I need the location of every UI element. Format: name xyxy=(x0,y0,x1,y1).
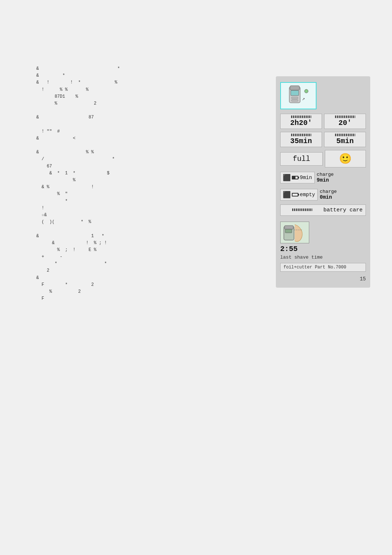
text-line-11: & < xyxy=(36,135,189,142)
text-line-27: % ; ! E % xyxy=(36,247,189,254)
text-line-29: * * xyxy=(36,260,189,267)
text-line-33: % 2 xyxy=(36,288,189,295)
battery-icon-1 xyxy=(292,176,298,179)
battery-fill-1 xyxy=(293,177,295,179)
battery-care-bar xyxy=(292,208,313,211)
text-line-30: 2 xyxy=(36,267,189,274)
text-line-21: ! xyxy=(36,205,189,212)
charge-time-value-1: 9min xyxy=(317,177,334,183)
svg-text:↗: ↗ xyxy=(302,96,305,102)
shave-section: 2:55 last shave time xyxy=(280,222,366,260)
svg-point-5 xyxy=(305,89,308,93)
time-row-2: 35min 5min xyxy=(280,132,366,147)
text-line-4: ! % % % xyxy=(36,86,189,93)
charge-row-2: ⬛ empty charge 0min xyxy=(280,187,366,202)
text-line-22: ☆& xyxy=(36,212,189,219)
text-line-34: F xyxy=(36,295,189,302)
foil-label: foil+cutter xyxy=(283,265,312,270)
svg-rect-8 xyxy=(285,226,293,229)
battery-care-text: battery care xyxy=(323,207,363,213)
text-line-9 xyxy=(36,121,189,128)
plug-container-2: ⬛ xyxy=(283,191,298,199)
charge-time-left-2: empty xyxy=(300,192,315,198)
device-illustration: ↗ xyxy=(280,82,317,109)
text-line-23: ( )( * % xyxy=(36,219,189,226)
charge-right-1: charge 9min xyxy=(317,170,334,185)
charge-label-1: charge xyxy=(317,172,334,177)
text-line-13: & % % xyxy=(36,149,189,156)
pixel-bar-right-2 xyxy=(335,134,355,136)
text-line-15: 67 xyxy=(36,163,189,170)
text-line-25: & 1 * xyxy=(36,233,189,240)
time-cell-35min: 35min xyxy=(280,132,322,147)
text-line-31: & xyxy=(36,275,189,281)
text-line-10: ! "" # xyxy=(36,128,189,135)
page-number: 15 xyxy=(280,276,366,282)
battery-care-row: battery care xyxy=(280,204,366,216)
text-line-8: & 87 xyxy=(36,114,189,121)
text-line-26: & ! % ; ! xyxy=(36,240,189,247)
time-value-20: 20' xyxy=(327,119,363,127)
pixel-bar-right-1 xyxy=(335,116,355,118)
svg-rect-4 xyxy=(291,100,298,101)
time-value-5min: 5min xyxy=(327,137,363,145)
text-line-2: & * xyxy=(36,72,189,79)
time-row-1: 2h20' 20' xyxy=(280,114,366,129)
time-value-35min: 35min xyxy=(283,137,319,145)
charge-left-2: ⬛ empty xyxy=(280,189,318,200)
shave-illustration xyxy=(280,222,309,243)
full-cell: full xyxy=(280,152,323,166)
time-cell-20: 20' xyxy=(324,114,366,129)
plug-container-1: ⬛ xyxy=(283,174,298,182)
charge-right-2: charge 0min xyxy=(320,187,337,202)
text-line-16: & * 1 * $ xyxy=(36,170,189,177)
text-line-7 xyxy=(36,107,189,114)
battery-icon-2 xyxy=(292,193,298,197)
plug-icon-1: ⬛ xyxy=(283,174,291,182)
pixel-bar-left-1 xyxy=(291,116,311,118)
text-line-18: & % ! xyxy=(36,184,189,191)
left-text-panel: & * & * & ! ! * % ! % % % 87D1 % % 2 & 8… xyxy=(36,65,189,302)
text-line-6: % 2 xyxy=(36,100,189,107)
shave-time-value: 2:55 xyxy=(280,245,366,253)
text-line-24 xyxy=(36,226,189,232)
time-cell-5min: 5min xyxy=(324,132,366,147)
text-line-14: / * xyxy=(36,156,189,163)
shave-label-text: last shave time xyxy=(280,255,366,260)
right-panel: ↗ 2h20' 20' 35min 5min full 🙂 xyxy=(276,76,370,288)
charge-left-1: ⬛ 9min xyxy=(280,172,315,183)
plug-icon-2: ⬛ xyxy=(283,191,291,199)
text-line-5: 87D1 % xyxy=(36,93,189,100)
svg-rect-9 xyxy=(285,229,292,233)
full-battery-row: full 🙂 xyxy=(280,150,366,167)
text-line-19: % " xyxy=(36,191,189,198)
text-line-28: + - xyxy=(36,254,189,260)
pixel-bar-left-2 xyxy=(291,134,311,136)
full-text: full xyxy=(293,155,310,163)
text-line-17: % xyxy=(36,177,189,184)
text-line-3: & ! ! * % xyxy=(36,79,189,86)
text-line-32: F * 2 xyxy=(36,281,189,288)
svg-rect-1 xyxy=(290,86,299,90)
charge-row-1: ⬛ 9min charge 9min xyxy=(280,170,366,185)
part-number: Part No.7000 xyxy=(315,265,346,270)
svg-rect-3 xyxy=(291,97,298,99)
text-line-20: * xyxy=(36,198,189,205)
charge-label-2: charge xyxy=(320,189,337,194)
text-line-12 xyxy=(36,142,189,149)
charge-time-left-1: 9min xyxy=(300,175,312,181)
svg-rect-2 xyxy=(291,90,299,96)
smiley-cell: 🙂 xyxy=(325,150,366,167)
charge-time-value-2: 0min xyxy=(320,194,337,200)
smiley-icon: 🙂 xyxy=(339,154,352,165)
time-cell-2h20: 2h20' xyxy=(280,114,322,129)
text-line-1: & * xyxy=(36,65,189,72)
foil-cutter-row: foil+cutter Part No.7000 xyxy=(280,263,366,272)
time-value-2h20: 2h20' xyxy=(283,119,319,127)
